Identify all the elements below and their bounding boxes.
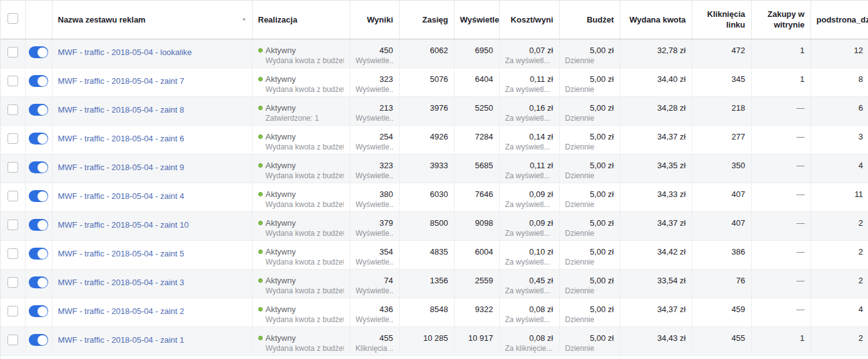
adset-name-link[interactable]: MWF - traffic - 2018-05-04 - zaint 5 bbox=[58, 249, 246, 258]
adset-active-toggle[interactable] bbox=[29, 75, 48, 87]
adset-active-toggle[interactable] bbox=[29, 161, 48, 173]
column-header-results[interactable]: Wyniki bbox=[350, 1, 399, 39]
column-header-cost-per-result[interactable]: Koszt/wyni bbox=[499, 1, 559, 39]
reach-value: 8500 bbox=[405, 218, 448, 228]
adset-name-link[interactable]: MWF - traffic - 2018-05-04 - zaint 10 bbox=[58, 220, 246, 230]
row-checkbox[interactable] bbox=[8, 104, 18, 115]
column-header-adset-name[interactable]: Nazwa zestawu reklam ▾ bbox=[52, 1, 252, 39]
cost-per-result-cell: 0,09 zł Za wyświetl... bbox=[499, 183, 559, 211]
results-value: 254 bbox=[356, 131, 393, 142]
website-purchases-value: — bbox=[757, 160, 805, 171]
website-purchases-cell: 1 bbox=[751, 39, 810, 68]
adset-name-link[interactable]: MWF - traffic - 2018-05-04 - lookalike bbox=[58, 48, 246, 57]
cost-per-result-value: 0,45 zł bbox=[505, 275, 553, 286]
results-cell: 74 Wyświetle... bbox=[350, 269, 399, 298]
website-purchases-value: 1 bbox=[757, 45, 805, 56]
adset-active-toggle[interactable] bbox=[29, 133, 48, 144]
cost-per-result-sub: Za wyświetl... bbox=[505, 56, 553, 66]
row-checkbox[interactable] bbox=[8, 162, 18, 173]
results-cell: 436 Wyświetle... bbox=[350, 298, 399, 326]
budget-value: 5,00 zł bbox=[565, 131, 614, 142]
reach-cell: 5076 bbox=[399, 68, 454, 96]
budget-value: 5,00 zł bbox=[565, 218, 614, 228]
amount-spent-value: 34,43 zł bbox=[626, 333, 686, 343]
adset-active-toggle[interactable] bbox=[29, 305, 48, 317]
row-checkbox[interactable] bbox=[8, 277, 18, 288]
row-checkbox[interactable] bbox=[8, 47, 18, 58]
link-clicks-value: 345 bbox=[698, 74, 745, 84]
delivery-status-sub: Wydana kwota z budżetu dz bbox=[258, 84, 344, 95]
row-checkbox[interactable] bbox=[8, 191, 18, 201]
adset-name-link[interactable]: MWF - traffic - 2018-05-04 - zaint 6 bbox=[58, 134, 246, 143]
adset-active-toggle[interactable] bbox=[29, 276, 48, 288]
amount-spent-value: 32,78 zł bbox=[626, 45, 686, 56]
website-purchases-value: — bbox=[757, 246, 805, 257]
budget-value: 5,00 zł bbox=[565, 45, 614, 56]
adset-name-cell: MWF - traffic - 2018-05-04 - zaint 4 bbox=[52, 183, 252, 211]
column-header-link-clicks[interactable]: Kliknięcia linku bbox=[692, 1, 751, 39]
adset-name-link[interactable]: MWF - traffic - 2018-05-04 - zaint 4 bbox=[58, 191, 246, 201]
row-checkbox[interactable] bbox=[8, 335, 18, 345]
website-purchases-cell: — bbox=[751, 154, 810, 183]
adset-name-link[interactable]: MWF - traffic - 2018-05-04 - zaint 3 bbox=[58, 278, 246, 287]
link-clicks-value: 76 bbox=[698, 275, 745, 286]
amount-spent-cell: 33,54 zł bbox=[620, 269, 692, 298]
column-header-reach[interactable]: Zasięg bbox=[399, 1, 454, 39]
adset-name-link[interactable]: MWF - traffic - 2018-05-04 - zaint 1 bbox=[58, 335, 246, 345]
link-clicks-cell: 407 bbox=[692, 211, 751, 240]
amount-spent-cell: 34,37 zł bbox=[620, 298, 692, 326]
column-header-budget[interactable]: Budżet bbox=[559, 1, 620, 39]
reach-value: 1356 bbox=[405, 275, 448, 286]
results-cell: 380 Wyświetle... bbox=[350, 183, 399, 211]
website-purchases-cell: — bbox=[751, 211, 810, 240]
delivery-status-sub: Wydana kwota z budżetu dz bbox=[258, 142, 344, 153]
results-value: 354 bbox=[356, 246, 393, 257]
budget-cell: 5,00 zł Dziennie bbox=[559, 269, 620, 298]
row-checkbox[interactable] bbox=[8, 306, 18, 316]
adset-active-toggle[interactable] bbox=[29, 104, 48, 116]
delivery-status: Aktywny bbox=[266, 132, 296, 141]
column-header-website-purchases[interactable]: Zakupy w witrynie bbox=[751, 1, 810, 39]
adset-name-link[interactable]: MWF - traffic - 2018-05-04 - zaint 8 bbox=[58, 105, 246, 114]
adset-name-link[interactable]: MWF - traffic - 2018-05-04 - zaint 7 bbox=[58, 76, 246, 86]
toggle-knob bbox=[38, 278, 48, 288]
adset-active-toggle[interactable] bbox=[29, 334, 48, 346]
subpage-cell: 4 bbox=[810, 298, 868, 326]
column-header-delivery[interactable]: Realizacja bbox=[252, 1, 350, 39]
results-cell: 455 Kliknięcia ... bbox=[350, 326, 399, 355]
adset-active-toggle[interactable] bbox=[29, 219, 48, 231]
results-value: 436 bbox=[356, 304, 393, 315]
adset-active-toggle[interactable] bbox=[29, 46, 48, 58]
delivery-cell: Aktywny Wydana kwota z budżetu dz bbox=[252, 240, 350, 269]
results-sub: Wyświetle... bbox=[356, 113, 393, 124]
cost-per-result-sub: Za wyświetl... bbox=[505, 171, 553, 181]
results-value: 450 bbox=[356, 45, 393, 56]
delivery-cell: Aktywny Wydana kwota z budżetu dz bbox=[252, 211, 350, 240]
column-header-amount-spent[interactable]: Wydana kwota bbox=[620, 1, 692, 39]
adset-name-link[interactable]: MWF - traffic - 2018-05-04 - zaint 2 bbox=[58, 306, 246, 316]
row-checkbox[interactable] bbox=[8, 220, 18, 230]
toggle-knob bbox=[38, 306, 48, 316]
status-dot-icon bbox=[258, 278, 263, 283]
impressions-cell: 6004 bbox=[454, 240, 499, 269]
website-purchases-cell: 1 bbox=[751, 68, 810, 96]
row-checkbox[interactable] bbox=[8, 133, 18, 144]
status-dot-icon bbox=[258, 307, 263, 311]
table-row: MWF - traffic - 2018-05-04 - zaint 3 Akt… bbox=[1, 269, 868, 298]
column-header-subpage[interactable]: podstrona_dz bbox=[810, 1, 868, 39]
adset-name-link[interactable]: MWF - traffic - 2018-05-04 - zaint 9 bbox=[58, 163, 246, 172]
impressions-cell: 7646 bbox=[454, 183, 499, 211]
row-checkbox[interactable] bbox=[8, 76, 18, 86]
website-purchases-value: — bbox=[757, 304, 805, 315]
delivery-status-sub: Wydana kwota z budżetu dz bbox=[258, 343, 344, 354]
cost-per-result-sub: Za wyświetl... bbox=[505, 113, 553, 124]
website-purchases-value: — bbox=[757, 131, 805, 142]
adset-active-toggle[interactable] bbox=[29, 248, 48, 260]
reach-cell: 10 285 bbox=[399, 326, 454, 355]
row-select-cell bbox=[1, 211, 25, 240]
column-header-impressions[interactable]: Wyświetlen bbox=[454, 1, 499, 39]
select-all-checkbox[interactable] bbox=[8, 13, 18, 24]
adset-active-toggle[interactable] bbox=[29, 190, 48, 202]
budget-cell: 5,00 zł Dziennie bbox=[559, 240, 620, 269]
row-checkbox[interactable] bbox=[8, 248, 18, 259]
